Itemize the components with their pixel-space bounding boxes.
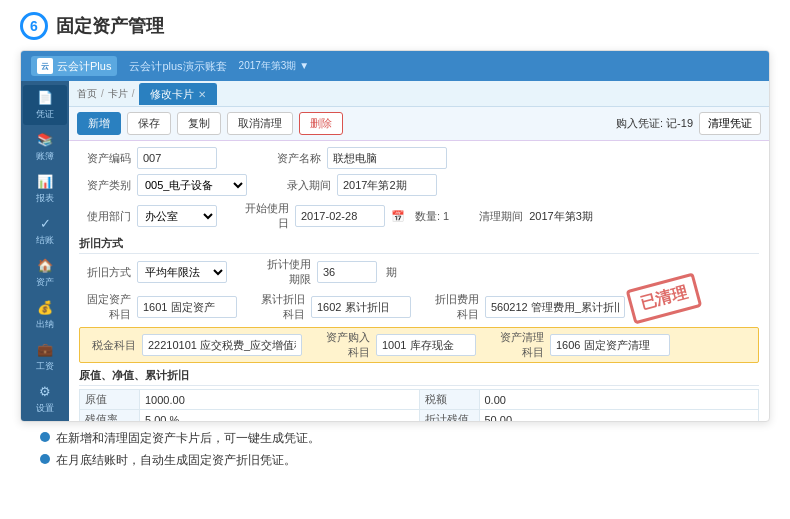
residual-rate-cell: 5.00 %: [140, 410, 420, 422]
quantity-label: 数量: 1: [415, 209, 449, 224]
sidebar-label-voucher: 凭证: [36, 108, 54, 121]
title-row: 6 固定资产管理: [20, 12, 770, 40]
main-content: 首页 / 卡片 / 修改卡片 ✕ 新增 保存 复制 取消清理: [69, 81, 769, 421]
breadcrumb-home[interactable]: 首页: [77, 87, 97, 101]
net-residual-cell: 50.00: [479, 410, 759, 422]
residual-rate-unit: %: [169, 414, 179, 422]
record-period-label: 录入期间: [279, 178, 331, 193]
calendar-icon[interactable]: 📅: [391, 210, 405, 223]
clear-subject-input[interactable]: [550, 334, 670, 356]
start-date-label: 开始使用日: [237, 201, 289, 231]
accum-dep-input[interactable]: [311, 296, 411, 318]
ledger-icon: 📚: [37, 132, 53, 148]
report-icon: 📊: [37, 174, 53, 190]
category-label: 资产类别: [79, 178, 131, 193]
accum-dep-label: 累计折旧科目: [253, 292, 305, 322]
app-period: 2017年第3期 ▼: [239, 59, 309, 73]
sidebar: 📄 凭证 📚 账簿 📊 报表 ✓ 结账 🏠 资产: [21, 81, 69, 421]
form-row-category: 资产类别 005_电子设备 录入期间: [79, 174, 759, 196]
asset-name-label: 资产名称: [269, 151, 321, 166]
sidebar-item-closing[interactable]: ✓ 结账: [23, 211, 67, 251]
step-circle: 6: [20, 12, 48, 40]
tab-close-icon[interactable]: ✕: [198, 89, 206, 100]
depreciation-section-title: 折旧方式: [79, 236, 759, 254]
copy-button[interactable]: 复制: [177, 112, 221, 135]
bullet-dot-1: [40, 432, 50, 442]
asset-subject-label: 固定资产科目: [79, 292, 131, 322]
sidebar-label-asset: 资产: [36, 276, 54, 289]
page-title: 固定资产管理: [56, 14, 164, 38]
cash-subject-input[interactable]: [142, 334, 302, 356]
sidebar-item-settings[interactable]: ⚙ 设置: [23, 379, 67, 419]
asset-subject-input[interactable]: [137, 296, 237, 318]
delete-button[interactable]: 删除: [299, 112, 343, 135]
dep-expense-label: 折旧费用科目: [427, 292, 479, 322]
purchase-subject-input[interactable]: [376, 334, 476, 356]
bullet-text-1: 在新增和清理固定资产卡片后，可一键生成凭证。: [56, 430, 320, 447]
clear-period-value: 2017年第3期: [529, 209, 593, 224]
app-logo: 云 云会计Plus: [31, 56, 117, 76]
sidebar-label-cashier: 出纳: [36, 318, 54, 331]
sidebar-label-ledger: 账簿: [36, 150, 54, 163]
use-dept-label: 使用部门: [79, 209, 131, 224]
form-row-asset-code: 资产编码 资产名称: [79, 147, 759, 169]
dep-method-label: 折旧方式: [79, 265, 131, 280]
save-button[interactable]: 保存: [127, 112, 171, 135]
sidebar-label-report: 报表: [36, 192, 54, 205]
sidebar-item-report[interactable]: 📊 报表: [23, 169, 67, 209]
cancel-clear-button[interactable]: 取消清理: [227, 112, 293, 135]
sidebar-item-cashier[interactable]: 💰 出纳: [23, 295, 67, 335]
asset-icon: 🏠: [37, 258, 53, 274]
toolbar: 新增 保存 复制 取消清理 删除 购入凭证: 记-19 清理凭证: [69, 107, 769, 141]
new-button[interactable]: 新增: [77, 112, 121, 135]
asset-code-label: 资产编码: [79, 151, 131, 166]
dep-expense-input[interactable]: [485, 296, 625, 318]
dep-years-input[interactable]: [317, 261, 377, 283]
record-period-input[interactable]: [337, 174, 437, 196]
app-name-label: 云会计Plus: [57, 59, 111, 74]
sidebar-item-salary[interactable]: 💼 工资: [23, 337, 67, 377]
app-topbar: 云 云会计Plus 云会计plus演示账套 2017年第3期 ▼: [21, 51, 769, 81]
category-select[interactable]: 005_电子设备: [137, 174, 247, 196]
clear-subject-label: 资产清理科目: [492, 330, 544, 360]
clear-voucher-button[interactable]: 清理凭证: [699, 112, 761, 135]
residual-rate-label-cell: 残值率: [80, 410, 140, 422]
settings-icon: ⚙: [37, 384, 53, 400]
residual-rate-value: 5.00: [145, 414, 166, 422]
sidebar-item-ledger[interactable]: 📚 账簿: [23, 127, 67, 167]
cash-subject-label: 税金科目: [84, 338, 136, 353]
bottom-bullets: 在新增和清理固定资产卡片后，可一键生成凭证。 在月底结账时，自动生成固定资产折旧…: [20, 422, 770, 473]
salary-icon: 💼: [37, 342, 53, 358]
voucher-icon: 📄: [37, 90, 53, 106]
dep-years-label: 折计使用期限: [259, 257, 311, 287]
sidebar-item-voucher[interactable]: 📄 凭证: [23, 85, 67, 125]
toolbar-right: 购入凭证: 记-19 清理凭证: [616, 112, 761, 135]
asset-code-input[interactable]: [137, 147, 217, 169]
sidebar-label-settings: 设置: [36, 402, 54, 415]
breadcrumb: 首页 / 卡片 /: [77, 87, 135, 101]
clear-period-label: 清理期间: [471, 209, 523, 224]
sidebar-label-closing: 结账: [36, 234, 54, 247]
dep-years-unit: 期: [386, 265, 397, 280]
value-table: 原值 1000.00 税额 0.00 残值率 5.00 % 折计残值: [79, 389, 759, 421]
tax-label-cell: 税额: [419, 390, 479, 410]
net-residual-label-cell: 折计残值: [419, 410, 479, 422]
tax-value-cell: 0.00: [479, 390, 759, 410]
bullet-item-1: 在新增和清理固定资产卡片后，可一键生成凭证。: [40, 430, 750, 447]
app-body: 📄 凭证 📚 账簿 📊 报表 ✓ 结账 🏠 资产: [21, 81, 769, 421]
tab-edit-card[interactable]: 修改卡片 ✕: [139, 83, 217, 105]
dep-method-select[interactable]: 平均年限法: [137, 261, 227, 283]
tab-edit-label: 修改卡片: [150, 87, 194, 102]
page-container: 6 固定资产管理 云 云会计Plus 云会计plus演示账套 2017年第3期 …: [0, 0, 790, 519]
dept-select[interactable]: 办公室: [137, 205, 217, 227]
breadcrumb-card[interactable]: 卡片: [108, 87, 128, 101]
form-row-highlight: 税金科目 资产购入科目 资产清理科目: [79, 327, 759, 363]
sidebar-item-asset[interactable]: 🏠 资产: [23, 253, 67, 293]
form-row-dept: 使用部门 办公室 开始使用日 📅 数量: 1 清理期间 2017年第3期: [79, 201, 759, 231]
original-value-label-cell: 原值: [80, 390, 140, 410]
start-date-input[interactable]: [295, 205, 385, 227]
bullet-text-2: 在月底结账时，自动生成固定资产折旧凭证。: [56, 452, 296, 469]
asset-name-input[interactable]: [327, 147, 447, 169]
cashier-icon: 💰: [37, 300, 53, 316]
app-window: 云 云会计Plus 云会计plus演示账套 2017年第3期 ▼ 📄 凭证 📚 …: [20, 50, 770, 422]
